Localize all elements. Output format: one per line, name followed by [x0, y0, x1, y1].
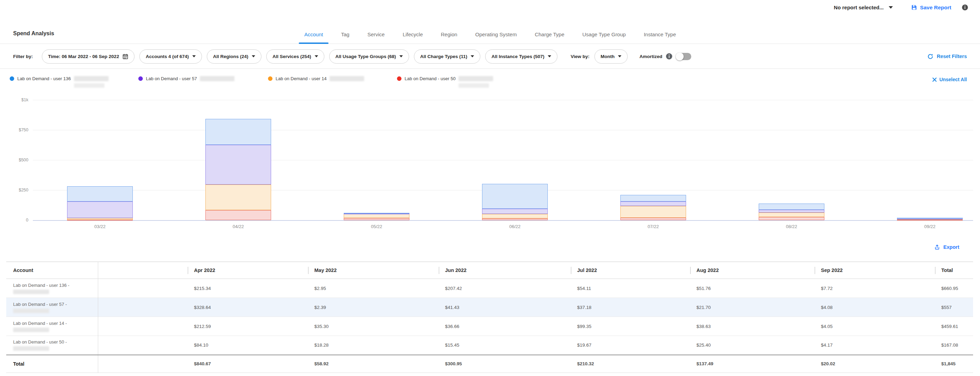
reset-filters-button[interactable]: Reset Filters	[927, 53, 967, 60]
gridline	[33, 130, 973, 130]
legend-item-lab-on-demand-user-14[interactable]: Lab on Demand - user 14	[268, 76, 364, 81]
filter-pill-label: All Services (254)	[272, 54, 311, 59]
bar-segment-03-22-lab-on-demand-user-57[interactable]	[67, 201, 133, 218]
y-axis-tick-label: $750	[3, 127, 29, 132]
filter-pill-all-regions-24[interactable]: All Regions (24)	[207, 49, 261, 63]
redacted-text	[458, 76, 493, 81]
account-name: Lab on Demand - user 57 -	[13, 302, 94, 307]
bar-segment-07-22-lab-on-demand-user-57[interactable]	[620, 201, 686, 206]
value-cell: $35.30	[308, 317, 439, 336]
filter-pill-all-services-254[interactable]: All Services (254)	[266, 49, 325, 63]
legend-item-lab-on-demand-user-136[interactable]: Lab on Demand - user 136	[10, 76, 108, 88]
gridline	[33, 100, 973, 100]
total-value-cell: $210.32	[571, 355, 690, 373]
tab-region[interactable]: Region	[441, 25, 458, 44]
filter-pill-all-instance-types-507[interactable]: All Instance Types (507)	[485, 49, 557, 63]
filter-bar: Filter by: Time: 06 Mar 2022 - 06 Sep 20…	[0, 44, 980, 69]
export-button[interactable]: Export	[934, 244, 959, 250]
bar-segment-03-22-lab-on-demand-user-136[interactable]	[67, 186, 133, 201]
table-row-lab-on-demand-user-136: Lab on Demand - user 136 -$215.34$2.95$2…	[6, 279, 973, 298]
filter-pill-time-range[interactable]: Time: 06 Mar 2022 - 06 Sep 2022	[42, 49, 135, 63]
page-title: Spend Analysis	[13, 30, 54, 36]
filter-pill-all-usage-type-groups-68[interactable]: All Usage Type Groups (68)	[329, 49, 409, 63]
filter-pill-label: All Usage Type Groups (68)	[336, 54, 396, 59]
value-cell: $212.59	[188, 317, 308, 336]
save-report-button[interactable]: Save Report	[911, 4, 951, 11]
column-header-label: Jun 2022	[439, 267, 466, 274]
header-row: Spend Analysis AccountTagServiceLifecycl…	[0, 25, 980, 44]
bar-segment-06-22-lab-on-demand-user-50[interactable]	[482, 218, 548, 220]
amortized-toggle[interactable]	[676, 53, 691, 60]
bar-segment-04-22-lab-on-demand-user-57[interactable]	[205, 145, 271, 184]
value-cell: $54.11	[571, 279, 690, 298]
bar-segment-04-22-lab-on-demand-user-50[interactable]	[205, 210, 271, 220]
value-cell: $15.45	[439, 336, 571, 355]
empty-cell	[98, 279, 188, 298]
tab-instance-type[interactable]: Instance Type	[644, 25, 676, 44]
report-selector[interactable]: No report selected...	[834, 5, 892, 10]
info-icon[interactable]	[666, 53, 673, 60]
column-header-jun-2022: Jun 2022	[439, 262, 571, 279]
y-axis-tick-label: $500	[3, 158, 29, 162]
bar-segment-08-22-lab-on-demand-user-50[interactable]	[759, 217, 824, 220]
unselect-all-button[interactable]: Unselect All	[932, 77, 967, 82]
bar-segment-07-22-lab-on-demand-user-14[interactable]	[620, 206, 686, 218]
redacted-text	[74, 83, 105, 88]
legend-label: Lab on Demand - user 57	[146, 76, 197, 81]
bar-segment-08-22-lab-on-demand-user-14[interactable]	[759, 213, 824, 217]
filter-pill-all-charge-types-11[interactable]: All Charge Types (11)	[414, 49, 480, 63]
legend-item-lab-on-demand-user-57[interactable]: Lab on Demand - user 57	[138, 76, 234, 81]
value-cell: $328.64	[188, 298, 308, 317]
x-axis-tick-label: 06/22	[509, 224, 521, 229]
tab-lifecycle[interactable]: Lifecycle	[402, 25, 423, 44]
table-header-row: AccountApr 2022May 2022Jun 2022Jul 2022A…	[6, 262, 973, 279]
empty-cell	[98, 336, 188, 355]
bar-segment-08-22-lab-on-demand-user-57[interactable]	[759, 210, 824, 213]
value-cell: $167.08	[935, 336, 973, 355]
account-cell: Lab on Demand - user 14 -	[6, 317, 98, 336]
legend-label: Lab on Demand - user 14	[275, 76, 326, 81]
bar-segment-09-22-lab-on-demand-user-136[interactable]	[897, 218, 963, 219]
bar-segment-03-22-lab-on-demand-user-14[interactable]	[67, 218, 133, 220]
redacted-text	[13, 290, 49, 294]
bar-segment-07-22-lab-on-demand-user-136[interactable]	[620, 195, 686, 201]
tab-charge-type[interactable]: Charge Type	[535, 25, 564, 44]
tab-operating-system[interactable]: Operating System	[475, 25, 517, 44]
bar-segment-08-22-lab-on-demand-user-136[interactable]	[759, 203, 824, 210]
bar-segment-04-22-lab-on-demand-user-136[interactable]	[205, 119, 271, 145]
bar-segment-06-22-lab-on-demand-user-14[interactable]	[482, 214, 548, 218]
total-value-cell: $840.67	[188, 355, 308, 373]
account-cell: Lab on Demand - user 57 -	[6, 298, 98, 317]
bar-segment-03-22-lab-on-demand-user-50[interactable]	[67, 220, 133, 221]
value-cell: $25.40	[690, 336, 815, 355]
view-by-value: Month	[601, 54, 614, 59]
filter-pill-accounts-4-of-674[interactable]: Accounts 4 (of 674)	[139, 49, 202, 63]
tab-service[interactable]: Service	[367, 25, 385, 44]
filter-pill-label: Accounts 4 (of 674)	[146, 54, 189, 59]
tab-usage-type-group[interactable]: Usage Type Group	[582, 25, 626, 44]
column-header-label: May 2022	[308, 267, 337, 274]
bar-segment-07-22-lab-on-demand-user-50[interactable]	[620, 218, 686, 220]
value-cell: $4.17	[815, 336, 935, 355]
column-header-label: Jul 2022	[571, 267, 597, 274]
legend-label: Lab on Demand - user 50	[404, 76, 455, 81]
tab-account[interactable]: Account	[304, 25, 323, 44]
bar-segment-06-22-lab-on-demand-user-57[interactable]	[482, 209, 548, 214]
x-axis-tick-label: 05/22	[371, 224, 382, 229]
info-icon[interactable]	[962, 4, 968, 11]
bar-segment-05-22-lab-on-demand-user-50[interactable]	[344, 218, 409, 220]
bar-segment-06-22-lab-on-demand-user-136[interactable]	[482, 184, 548, 209]
bar-segment-05-22-lab-on-demand-user-136[interactable]	[344, 213, 409, 214]
legend-item-lab-on-demand-user-50[interactable]: Lab on Demand - user 50	[397, 76, 493, 88]
close-icon	[932, 78, 937, 82]
column-header-total: Total	[935, 262, 973, 279]
bar-segment-04-22-lab-on-demand-user-14[interactable]	[205, 184, 271, 210]
chevron-down-icon	[252, 55, 255, 57]
bar-segment-05-22-lab-on-demand-user-14[interactable]	[344, 214, 409, 218]
chevron-down-icon	[548, 55, 551, 57]
account-name: Lab on Demand - user 50 -	[13, 340, 94, 345]
export-label: Export	[943, 244, 959, 250]
tab-tag[interactable]: Tag	[341, 25, 349, 44]
view-by-dropdown[interactable]: Month	[595, 49, 628, 63]
bar-segment-09-22-lab-on-demand-user-57[interactable]	[897, 219, 963, 219]
